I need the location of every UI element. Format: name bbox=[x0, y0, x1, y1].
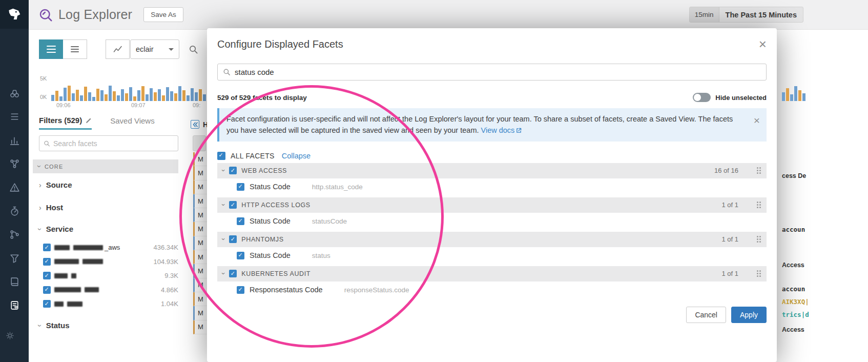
saved-view-select[interactable]: eclair bbox=[130, 39, 179, 59]
time-range-badge[interactable]: 15min bbox=[690, 7, 719, 22]
checkbox-checked-icon[interactable] bbox=[43, 244, 51, 251]
log-row[interactable]: M bbox=[193, 208, 207, 222]
ci-branch-icon[interactable] bbox=[9, 229, 20, 240]
core-section-header[interactable]: › CORE bbox=[33, 159, 178, 173]
settings-gear-icon[interactable] bbox=[5, 331, 15, 340]
facet-section-status[interactable]: › Status bbox=[39, 321, 70, 330]
service-facet-row[interactable]: _aws436.34K bbox=[43, 240, 178, 255]
log-row[interactable]: M bbox=[193, 320, 207, 334]
save-as-button[interactable]: Save As bbox=[143, 7, 183, 22]
checkbox-checked-icon[interactable] bbox=[229, 235, 237, 243]
log-row[interactable]: M bbox=[193, 264, 207, 278]
facet-label: Status Code bbox=[250, 217, 291, 225]
facet-row[interactable]: Status Codehttp.status_code bbox=[217, 178, 767, 195]
modal-search-input[interactable] bbox=[235, 68, 761, 76]
service-facet-row[interactable]: 9.3K bbox=[43, 269, 178, 283]
log-explorer-app: Log Explorer Save As 15min The Past 15 M… bbox=[0, 0, 868, 362]
log-row[interactable]: M bbox=[193, 292, 207, 306]
service-facet-row[interactable]: 104.93K bbox=[43, 255, 178, 269]
chevron-down-icon[interactable]: › bbox=[220, 204, 227, 206]
log-row[interactable]: M bbox=[193, 152, 207, 166]
facet-section-source[interactable]: › Source bbox=[39, 180, 72, 189]
checkbox-checked-icon[interactable] bbox=[229, 201, 237, 209]
log-row[interactable]: M bbox=[193, 166, 207, 180]
checkbox-checked-icon[interactable] bbox=[237, 252, 244, 259]
facet-group-header[interactable]: ›KUBERNETES AUDIT1 of 1 bbox=[217, 266, 767, 281]
facet-section-host[interactable]: › Host bbox=[39, 203, 63, 212]
histogram-bar bbox=[187, 95, 190, 101]
dashboards-icon[interactable] bbox=[9, 134, 20, 146]
log-row[interactable]: M bbox=[193, 306, 207, 320]
view-docs-link[interactable]: View docs bbox=[481, 126, 515, 134]
tab-filters[interactable]: Filters (529) bbox=[39, 116, 92, 130]
watchdog-icon[interactable] bbox=[9, 87, 20, 98]
log-row[interactable]: M bbox=[193, 180, 207, 194]
facet-search-input[interactable] bbox=[53, 139, 174, 148]
checkbox-checked-icon[interactable] bbox=[43, 272, 51, 279]
checkbox-checked-icon[interactable] bbox=[237, 183, 244, 191]
infrastructure-icon[interactable] bbox=[9, 158, 20, 169]
tab-saved-views[interactable]: Saved Views bbox=[110, 116, 154, 125]
apm-stopwatch-icon[interactable] bbox=[9, 205, 20, 216]
service-facet-row[interactable]: 4.86K bbox=[43, 283, 178, 297]
monitors-alert-icon[interactable] bbox=[9, 182, 20, 193]
checkbox-checked-icon[interactable] bbox=[229, 270, 237, 277]
facet-group-header[interactable]: ›HTTP ACCESS LOGS1 of 1 bbox=[217, 197, 767, 213]
cancel-button[interactable]: Cancel bbox=[686, 307, 726, 323]
facet-row[interactable]: Status CodestatusCode bbox=[217, 213, 767, 230]
core-section-label: CORE bbox=[45, 164, 64, 170]
checkbox-checked-icon[interactable] bbox=[43, 300, 51, 308]
hide-unselected-control: Hide unselected bbox=[693, 93, 767, 102]
log-table-header-fragment: H bbox=[191, 120, 208, 129]
histogram-bar bbox=[166, 87, 169, 101]
checkbox-checked-icon[interactable] bbox=[43, 258, 51, 266]
timeseries-view-button[interactable] bbox=[106, 39, 130, 59]
facet-row[interactable]: Responsestatus CoderesponseStatus.code bbox=[217, 281, 767, 298]
facet-group-header[interactable]: ›WEB ACCESS16 of 16 bbox=[217, 163, 767, 178]
close-icon[interactable]: × bbox=[759, 38, 767, 50]
chevron-down-icon[interactable]: › bbox=[220, 238, 227, 240]
all-facets-checkbox[interactable] bbox=[217, 152, 225, 160]
compact-list-view-button[interactable] bbox=[63, 39, 87, 59]
log-volume-histogram[interactable]: 5K 0K 09:06 09:07 09: bbox=[39, 74, 209, 108]
list-view-button[interactable] bbox=[39, 39, 63, 59]
log-row-text: M bbox=[198, 267, 203, 275]
collapse-all-link[interactable]: Collapse bbox=[282, 152, 311, 160]
hide-unselected-toggle[interactable] bbox=[693, 93, 711, 102]
log-row[interactable]: M bbox=[193, 250, 207, 264]
collapse-panel-icon[interactable] bbox=[191, 120, 199, 129]
checkbox-checked-icon[interactable] bbox=[43, 286, 51, 294]
datadog-logo[interactable] bbox=[0, 0, 29, 29]
apply-button[interactable]: Apply bbox=[731, 307, 767, 323]
chevron-right-icon: › bbox=[39, 182, 42, 189]
log-row[interactable]: M bbox=[193, 222, 207, 236]
logs-icon[interactable] bbox=[9, 299, 20, 311]
pipelines-funnel-icon[interactable] bbox=[9, 252, 20, 264]
checkbox-checked-icon[interactable] bbox=[237, 217, 244, 225]
checkbox-checked-icon[interactable] bbox=[237, 286, 244, 294]
drag-handle-icon[interactable] bbox=[756, 167, 761, 174]
drag-handle-icon[interactable] bbox=[756, 236, 761, 243]
notebooks-icon[interactable] bbox=[9, 276, 20, 287]
banner-close-icon[interactable]: × bbox=[754, 112, 760, 129]
pencil-icon[interactable] bbox=[86, 117, 92, 124]
histogram-bar bbox=[154, 92, 157, 101]
log-row[interactable]: M bbox=[193, 278, 207, 292]
service-facet-row[interactable]: 1.04K bbox=[43, 297, 178, 311]
service-facet-list: _aws436.34K104.93K9.3K4.86K1.04K bbox=[43, 240, 178, 311]
log-row[interactable]: M bbox=[193, 194, 207, 208]
drag-handle-icon[interactable] bbox=[756, 202, 761, 208]
log-row[interactable]: M bbox=[193, 236, 207, 250]
log-row-text: M bbox=[198, 281, 203, 289]
search-icon[interactable] bbox=[189, 45, 198, 54]
events-list-icon[interactable] bbox=[9, 111, 20, 122]
facet-row[interactable]: Status Codestatus bbox=[217, 247, 767, 264]
search-icon bbox=[44, 140, 50, 147]
facet-group-header[interactable]: ›PHANTOMJS1 of 1 bbox=[217, 232, 767, 247]
checkbox-checked-icon[interactable] bbox=[229, 167, 237, 174]
chevron-down-icon[interactable]: › bbox=[220, 170, 227, 172]
drag-handle-icon[interactable] bbox=[756, 270, 761, 277]
facet-section-service[interactable]: › Service bbox=[39, 225, 73, 233]
histogram-bar bbox=[55, 91, 58, 101]
chevron-down-icon[interactable]: › bbox=[220, 273, 227, 275]
